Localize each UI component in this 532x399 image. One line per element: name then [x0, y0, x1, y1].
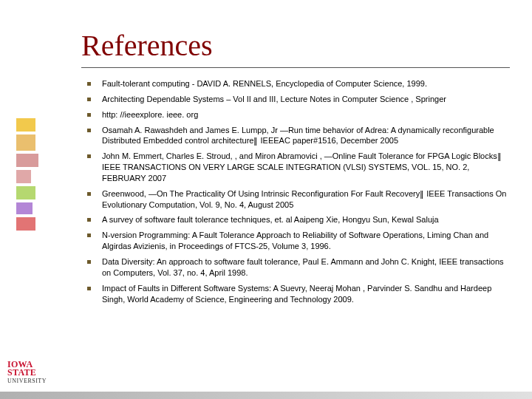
ref-item: A survey of software fault tolerance tec…	[86, 214, 510, 225]
sidebar-decoration	[16, 118, 41, 233]
ref-item: Fault-tolerant computing - DAVID A. RENN…	[86, 78, 510, 89]
iowa-state-logo: IOWA STATE UNIVERSITY	[7, 361, 64, 384]
ref-item: Architecting Dependable Systems – Vol II…	[86, 94, 510, 105]
ref-item: Data Diversity: An approach to software …	[86, 256, 510, 279]
title-rule	[81, 67, 510, 68]
references-list: Fault-tolerant computing - DAVID A. RENN…	[86, 78, 510, 304]
ref-item: http: //ieeexplore. ieee. org	[86, 109, 510, 120]
ref-item: Impact of Faults in Different Software S…	[86, 283, 510, 305]
ref-item: Greenwood, ―On The Practicality Of Using…	[86, 188, 510, 211]
slide: References Fault-tolerant computing - DA…	[0, 0, 532, 399]
ref-item: John M. Emmert, Charles E. Stroud, , and…	[86, 151, 510, 184]
logo-line2: UNIVERSITY	[7, 378, 64, 384]
page-title: References	[81, 28, 510, 63]
logo-line1: IOWA STATE	[7, 361, 64, 377]
bottom-bar	[0, 392, 532, 399]
ref-item: Osamah A. Rawashdeh and James E. Lumpp, …	[86, 125, 510, 147]
ref-item: N-version Programming: A Fault Tolerance…	[86, 230, 510, 252]
